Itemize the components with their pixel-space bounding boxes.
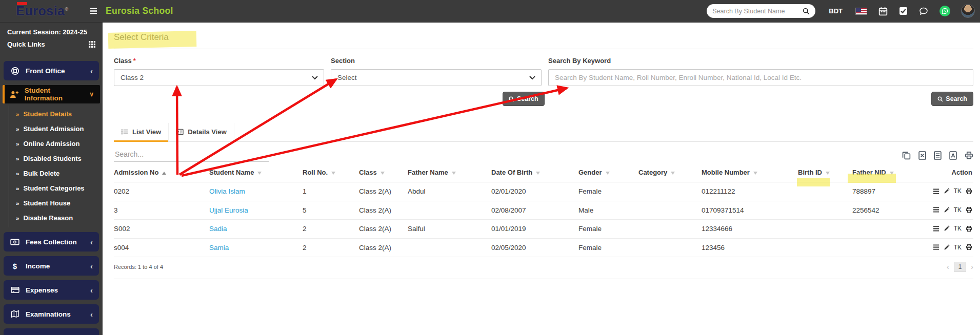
- cell-mobile: 01709371514: [702, 201, 798, 220]
- sidebar-item-label: Income: [26, 262, 50, 270]
- whatsapp-icon[interactable]: [939, 6, 950, 16]
- print-icon[interactable]: [966, 225, 972, 232]
- sort-desc-icon: [536, 172, 540, 175]
- col-father-name[interactable]: Father Name: [408, 164, 491, 182]
- currency-selector[interactable]: BDT: [829, 7, 843, 15]
- cell-roll: 2: [303, 238, 359, 257]
- sidebar-subitem-student-details[interactable]: »Student Details: [9, 107, 99, 121]
- pagination-prev[interactable]: ‹: [947, 263, 949, 271]
- student-name-link[interactable]: Samia: [209, 238, 303, 257]
- grid-icon[interactable]: [89, 41, 95, 48]
- class-select-value: Class 2: [121, 74, 144, 81]
- table-row: 0202 Olivia Islam 1 Class 2(A) Abdul 02/…: [114, 182, 973, 201]
- print-icon[interactable]: [966, 244, 972, 250]
- angle-double-right-icon: »: [16, 111, 19, 117]
- section-select-value: Select: [337, 74, 357, 81]
- user-avatar[interactable]: [961, 4, 975, 18]
- print-icon[interactable]: [966, 188, 972, 195]
- banknote-icon: [10, 238, 20, 246]
- edit-pencil-icon[interactable]: [944, 225, 950, 232]
- student-name-link[interactable]: Ujjal Eurosia: [209, 201, 303, 220]
- cell-birth-id: [798, 238, 852, 257]
- search-button-secondary[interactable]: Search: [931, 92, 973, 106]
- app-logo[interactable]: Eurosia®: [0, 4, 85, 18]
- cell-father: [408, 238, 491, 257]
- class-label: Class*: [114, 57, 324, 65]
- search-button[interactable]: Search: [503, 92, 545, 106]
- col-category[interactable]: Category: [638, 164, 702, 182]
- sidebar-item-fees-collection[interactable]: Fees Collection ‹: [4, 232, 99, 252]
- cell-class: Class 2(A): [359, 220, 408, 239]
- sort-desc-icon: [331, 172, 335, 175]
- col-class[interactable]: Class: [359, 164, 408, 182]
- export-pdf-icon[interactable]: [949, 151, 957, 160]
- col-mobile-number[interactable]: Mobile Number: [702, 164, 798, 182]
- print-icon[interactable]: [965, 151, 973, 160]
- row-menu-icon[interactable]: [933, 244, 939, 250]
- cell-dob: 02/08/2007: [491, 201, 578, 220]
- student-name-link[interactable]: Olivia Islam: [209, 182, 303, 201]
- view-tabs: List View Details View: [114, 123, 973, 142]
- copy-icon[interactable]: [902, 151, 911, 160]
- cell-admission: S002: [114, 220, 209, 239]
- quick-links[interactable]: Quick Links: [7, 40, 95, 48]
- sidebar: Current Session: 2024-25 Quick Links Fro…: [0, 23, 103, 335]
- fees-tk-button[interactable]: TK: [954, 225, 962, 232]
- sidebar-item-expenses[interactable]: Expenses ‹: [4, 280, 99, 300]
- language-flag-icon[interactable]: [855, 8, 867, 15]
- row-menu-icon[interactable]: [933, 189, 939, 194]
- sidebar-subitem-disable-reason[interactable]: »Disable Reason: [9, 211, 99, 225]
- tasks-check-icon[interactable]: [899, 7, 908, 15]
- sidebar-item-student-information[interactable]: Student Information ∨: [3, 85, 100, 103]
- menu-toggle-icon[interactable]: [90, 8, 97, 14]
- sidebar-subitem-student-admission[interactable]: »Student Admission: [9, 121, 99, 136]
- sidebar-item-examinations[interactable]: Examinations ‹: [4, 304, 99, 324]
- tab-list-view[interactable]: List View: [114, 123, 169, 141]
- col-student-name[interactable]: Student Name: [209, 164, 303, 182]
- sidebar-subitem-student-house[interactable]: »Student House: [9, 196, 99, 211]
- global-student-search[interactable]: [707, 4, 815, 18]
- fees-tk-button[interactable]: TK: [954, 187, 962, 195]
- class-select[interactable]: Class 2: [114, 69, 324, 86]
- cell-roll: 5: [303, 201, 359, 220]
- pagination-page-1[interactable]: 1: [954, 262, 967, 272]
- student-name-link[interactable]: Sadia: [209, 220, 303, 239]
- pagination-next[interactable]: ›: [971, 263, 973, 271]
- export-csv-icon[interactable]: [934, 151, 942, 160]
- sidebar-subitem-disabled-students[interactable]: »Disabled Students: [9, 151, 99, 166]
- fees-tk-button[interactable]: TK: [954, 244, 962, 251]
- angle-double-right-icon: »: [16, 171, 19, 177]
- row-menu-icon[interactable]: [933, 207, 939, 213]
- col-date-of-birth[interactable]: Date Of Birth: [491, 164, 578, 182]
- table-filter-input[interactable]: [114, 148, 269, 162]
- section-select[interactable]: Select: [331, 69, 542, 86]
- cell-birth-id: [798, 220, 852, 239]
- tab-details-view[interactable]: Details View: [169, 123, 234, 141]
- cell-mobile: 123456: [702, 238, 798, 257]
- calendar-icon[interactable]: [878, 7, 888, 16]
- sidebar-subitem-bulk-delete[interactable]: »Bulk Delete: [9, 166, 99, 181]
- col-father-nid[interactable]: Father NID: [852, 164, 914, 182]
- sidebar-item-income[interactable]: $ Income ‹: [4, 256, 99, 276]
- sidebar-item-front-office[interactable]: Front Office ‹: [4, 61, 99, 80]
- sort-desc-icon: [671, 172, 675, 175]
- chat-icon[interactable]: [919, 7, 928, 16]
- edit-pencil-icon[interactable]: [944, 207, 950, 213]
- row-menu-icon[interactable]: [933, 226, 939, 232]
- print-icon[interactable]: [966, 206, 972, 213]
- global-search-input[interactable]: [712, 8, 803, 15]
- col-roll-no[interactable]: Roll No.: [303, 164, 359, 182]
- sidebar-item-label: Student Information: [25, 87, 89, 102]
- sidebar-item-partial[interactable]: [4, 328, 99, 335]
- col-gender[interactable]: Gender: [578, 164, 638, 182]
- export-excel-icon[interactable]: [918, 151, 926, 160]
- col-admission-no[interactable]: Admission No: [114, 164, 209, 182]
- edit-pencil-icon[interactable]: [944, 244, 950, 250]
- search-icon[interactable]: [803, 8, 810, 15]
- sidebar-subitem-online-admission[interactable]: »Online Admission: [9, 136, 99, 151]
- keyword-input[interactable]: [548, 69, 973, 86]
- col-birth-id[interactable]: Birth ID: [798, 164, 852, 182]
- fees-tk-button[interactable]: TK: [954, 206, 962, 214]
- sidebar-subitem-student-categories[interactable]: »Student Categories: [9, 181, 99, 196]
- edit-pencil-icon[interactable]: [944, 188, 950, 194]
